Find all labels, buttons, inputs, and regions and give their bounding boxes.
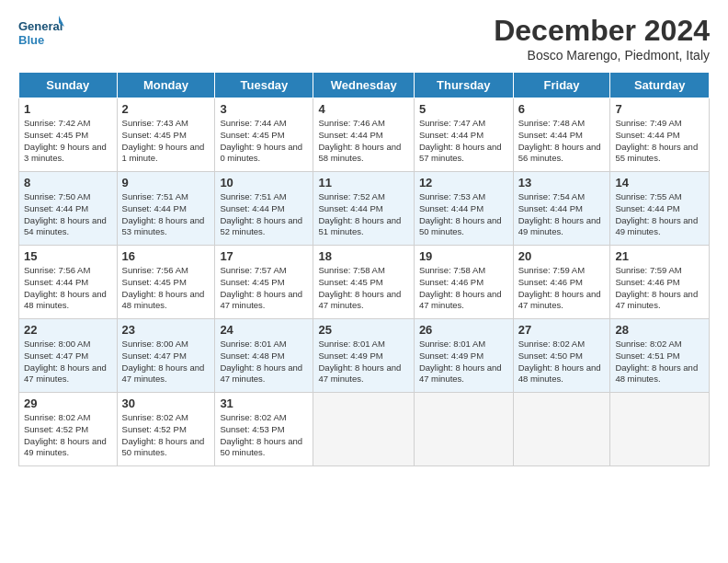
calendar-table: Sunday Monday Tuesday Wednesday Thursday… bbox=[18, 72, 710, 466]
table-row: 30 Sunrise: 8:02 AMSunset: 4:52 PMDaylig… bbox=[117, 393, 215, 466]
svg-text:Blue: Blue bbox=[18, 33, 44, 47]
table-row: 25 Sunrise: 8:01 AMSunset: 4:49 PMDaylig… bbox=[313, 319, 414, 393]
table-row: 12 Sunrise: 7:53 AMSunset: 4:44 PMDaylig… bbox=[414, 172, 513, 246]
header-wednesday: Wednesday bbox=[313, 73, 414, 98]
week-row-1: 1 Sunrise: 7:42 AMSunset: 4:45 PMDayligh… bbox=[19, 98, 710, 172]
week-row-5: 29 Sunrise: 8:02 AMSunset: 4:52 PMDaylig… bbox=[19, 393, 710, 466]
header-tuesday: Tuesday bbox=[215, 73, 313, 98]
week-row-3: 15 Sunrise: 7:56 AMSunset: 4:44 PMDaylig… bbox=[19, 246, 710, 319]
table-row: 11 Sunrise: 7:52 AMSunset: 4:44 PMDaylig… bbox=[313, 172, 414, 246]
table-row: 6 Sunrise: 7:48 AMSunset: 4:44 PMDayligh… bbox=[513, 98, 610, 172]
header-sunday: Sunday bbox=[19, 73, 118, 98]
svg-text:General: General bbox=[18, 19, 63, 33]
week-row-4: 22 Sunrise: 8:00 AMSunset: 4:47 PMDaylig… bbox=[19, 319, 710, 393]
table-row: 18 Sunrise: 7:58 AMSunset: 4:45 PMDaylig… bbox=[313, 246, 414, 319]
table-row: 4 Sunrise: 7:46 AMSunset: 4:44 PMDayligh… bbox=[313, 98, 414, 172]
table-row: 20 Sunrise: 7:59 AMSunset: 4:46 PMDaylig… bbox=[513, 246, 610, 319]
table-row: 8 Sunrise: 7:50 AMSunset: 4:44 PMDayligh… bbox=[19, 172, 118, 246]
logo: General Blue bbox=[18, 14, 64, 55]
table-row bbox=[610, 393, 710, 466]
header-friday: Friday bbox=[513, 73, 610, 98]
table-row: 21 Sunrise: 7:59 AMSunset: 4:46 PMDaylig… bbox=[610, 246, 710, 319]
table-row bbox=[313, 393, 414, 466]
table-row: 14 Sunrise: 7:55 AMSunset: 4:44 PMDaylig… bbox=[610, 172, 710, 246]
table-row: 28 Sunrise: 8:02 AMSunset: 4:51 PMDaylig… bbox=[610, 319, 710, 393]
week-row-2: 8 Sunrise: 7:50 AMSunset: 4:44 PMDayligh… bbox=[19, 172, 710, 246]
table-row: 22 Sunrise: 8:00 AMSunset: 4:47 PMDaylig… bbox=[19, 319, 118, 393]
table-row: 7 Sunrise: 7:49 AMSunset: 4:44 PMDayligh… bbox=[610, 98, 710, 172]
table-row: 5 Sunrise: 7:47 AMSunset: 4:44 PMDayligh… bbox=[414, 98, 513, 172]
title-block: December 2024 Bosco Marengo, Piedmont, I… bbox=[494, 14, 710, 63]
table-row bbox=[414, 393, 513, 466]
table-row: 2 Sunrise: 7:43 AMSunset: 4:45 PMDayligh… bbox=[117, 98, 215, 172]
table-row: 1 Sunrise: 7:42 AMSunset: 4:45 PMDayligh… bbox=[19, 98, 118, 172]
table-row: 29 Sunrise: 8:02 AMSunset: 4:52 PMDaylig… bbox=[19, 393, 118, 466]
table-row bbox=[513, 393, 610, 466]
subtitle: Bosco Marengo, Piedmont, Italy bbox=[494, 48, 710, 63]
header-row: Sunday Monday Tuesday Wednesday Thursday… bbox=[19, 73, 710, 98]
table-row: 27 Sunrise: 8:02 AMSunset: 4:50 PMDaylig… bbox=[513, 319, 610, 393]
header-monday: Monday bbox=[117, 73, 215, 98]
table-row: 31 Sunrise: 8:02 AMSunset: 4:53 PMDaylig… bbox=[215, 393, 313, 466]
header-thursday: Thursday bbox=[414, 73, 513, 98]
page: General Blue December 2024 Bosco Marengo… bbox=[0, 0, 728, 563]
table-row: 19 Sunrise: 7:58 AMSunset: 4:46 PMDaylig… bbox=[414, 246, 513, 319]
logo-svg: General Blue bbox=[18, 14, 64, 55]
table-row: 24 Sunrise: 8:01 AMSunset: 4:48 PMDaylig… bbox=[215, 319, 313, 393]
table-row: 13 Sunrise: 7:54 AMSunset: 4:44 PMDaylig… bbox=[513, 172, 610, 246]
header: General Blue December 2024 Bosco Marengo… bbox=[18, 14, 710, 63]
header-saturday: Saturday bbox=[610, 73, 710, 98]
table-row: 26 Sunrise: 8:01 AMSunset: 4:49 PMDaylig… bbox=[414, 319, 513, 393]
table-row: 10 Sunrise: 7:51 AMSunset: 4:44 PMDaylig… bbox=[215, 172, 313, 246]
table-row: 23 Sunrise: 8:00 AMSunset: 4:47 PMDaylig… bbox=[117, 319, 215, 393]
table-row: 15 Sunrise: 7:56 AMSunset: 4:44 PMDaylig… bbox=[19, 246, 118, 319]
main-title: December 2024 bbox=[494, 14, 710, 48]
table-row: 16 Sunrise: 7:56 AMSunset: 4:45 PMDaylig… bbox=[117, 246, 215, 319]
table-row: 3 Sunrise: 7:44 AMSunset: 4:45 PMDayligh… bbox=[215, 98, 313, 172]
table-row: 17 Sunrise: 7:57 AMSunset: 4:45 PMDaylig… bbox=[215, 246, 313, 319]
table-row: 9 Sunrise: 7:51 AMSunset: 4:44 PMDayligh… bbox=[117, 172, 215, 246]
